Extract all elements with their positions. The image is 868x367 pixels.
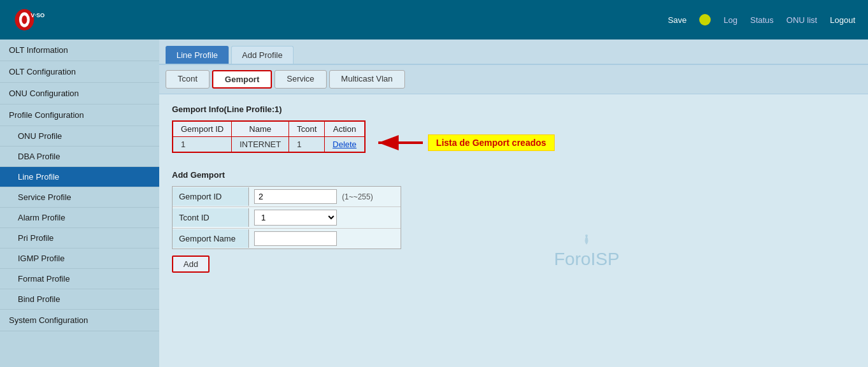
form-value-gemport-name-field — [249, 229, 401, 248]
svg-text:V·SOL: V·SOL — [31, 12, 45, 18]
save-button[interactable]: Save — [668, 15, 687, 25]
gemport-table: Gemport IDNameTcontAction 1INTERNET1Dele… — [173, 121, 365, 152]
form-label-tcont-id-field: Tcont ID — [173, 208, 249, 227]
gemport-name-field[interactable] — [254, 231, 337, 246]
sidebar-item-onu-configuration[interactable]: ONU Configuration — [0, 83, 159, 104]
tcont-id-field[interactable]: 1 — [254, 210, 337, 226]
layout: OLT InformationOLT ConfigurationONU Conf… — [0, 40, 868, 367]
sidebar-item-dba-profile[interactable]: DBA Profile — [0, 147, 159, 167]
gemport-id-field[interactable] — [254, 189, 337, 204]
sub-tab-multicast-vlan-tab[interactable]: Multicast Vlan — [329, 70, 405, 89]
sidebar-item-alarm-profile[interactable]: Alarm Profile — [0, 208, 159, 228]
section-title: Gemport Info(Line Profile:1) — [172, 104, 855, 114]
log-link[interactable]: Log — [723, 15, 737, 25]
logout-button[interactable]: Logout — [830, 15, 855, 25]
table-col-name: Name — [232, 122, 289, 137]
form-label-gemport-id-field: Gemport ID — [173, 187, 249, 206]
form-row-tcont-id-field: Tcont ID1 — [173, 207, 401, 229]
table-col-gemport-id: Gemport ID — [173, 122, 232, 137]
table-cell-action[interactable]: Delete — [325, 137, 365, 152]
header-right: Save Log Status ONU list Logout — [668, 14, 855, 25]
logo-area: V·SOL — [13, 5, 45, 34]
sidebar-item-bind-profile[interactable]: Bind Profile — [0, 289, 159, 310]
table-col-action: Action — [325, 122, 365, 137]
sidebar-item-service-profile[interactable]: Service Profile — [0, 187, 159, 208]
status-indicator — [699, 14, 711, 25]
arrow-icon — [372, 133, 423, 152]
sub-tab-service-tab[interactable]: Service — [274, 70, 326, 89]
sidebar-item-olt-information[interactable]: OLT Information — [0, 40, 159, 61]
table-col-tcont: Tcont — [289, 122, 325, 137]
hint-gemport-id-field: (1~~255) — [342, 192, 373, 201]
sidebar: OLT InformationOLT ConfigurationONU Conf… — [0, 40, 159, 367]
sidebar-item-format-profile[interactable]: Format Profile — [0, 269, 159, 289]
top-tab-add-profile-tab[interactable]: Add Profile — [231, 46, 294, 64]
sidebar-item-system-configuration[interactable]: System Configuration — [0, 310, 159, 331]
table-cell-gemport_id: 1 — [173, 137, 232, 152]
onu-list-link[interactable]: ONU list — [786, 15, 817, 25]
top-tab-line-profile-tab[interactable]: Line Profile — [166, 46, 229, 64]
form-label-gemport-name-field: Gemport Name — [173, 229, 249, 248]
add-button[interactable]: Add — [172, 255, 210, 273]
add-gemport-form: Gemport ID(1~~255)Tcont ID1Gemport Name — [172, 186, 401, 249]
sub-tab-tcont-tab[interactable]: Tcont — [166, 70, 210, 89]
status-link[interactable]: Status — [750, 15, 774, 25]
annotation-row: Lista de Gemport creados — [372, 133, 555, 152]
delete-link[interactable]: Delete — [332, 140, 357, 149]
form-row-gemport-name-field: Gemport Name — [173, 229, 401, 248]
top-tab-bar: Line ProfileAdd Profile — [159, 40, 868, 65]
sidebar-item-olt-configuration[interactable]: OLT Configuration — [0, 61, 159, 83]
form-row-gemport-id-field: Gemport ID(1~~255) — [173, 187, 401, 207]
content-area: Gemport Info(Line Profile:1) Gemport IDN… — [159, 94, 868, 283]
main-content: Line ProfileAdd Profile TcontGemportServ… — [159, 40, 868, 367]
header: V·SOL Save Log Status ONU list Logout — [0, 0, 868, 40]
table-header: Gemport IDNameTcontAction — [173, 122, 365, 137]
sidebar-item-pri-profile[interactable]: Pri Profile — [0, 228, 159, 248]
table-cell-name: INTERNET — [232, 137, 289, 152]
vsol-logo: V·SOL — [13, 5, 45, 34]
add-gemport-title: Add Gemport — [172, 170, 855, 180]
sub-tab-bar: TcontGemportServiceMulticast Vlan — [159, 65, 868, 94]
content-wrap: Gemport Info(Line Profile:1) Gemport IDN… — [159, 94, 868, 283]
gemport-table-wrap: Gemport IDNameTcontAction 1INTERNET1Dele… — [172, 120, 366, 153]
sidebar-item-profile-configuration[interactable]: Profile Configuration — [0, 104, 159, 126]
table-cell-tcont: 1 — [289, 137, 325, 152]
sidebar-item-line-profile[interactable]: Line Profile — [0, 167, 159, 187]
table-row: 1INTERNET1Delete — [173, 137, 365, 152]
svg-point-2 — [22, 15, 27, 24]
sub-tab-gemport-tab[interactable]: Gemport — [212, 70, 272, 89]
annotation-label: Lista de Gemport creados — [428, 134, 555, 151]
sidebar-item-onu-profile[interactable]: ONU Profile — [0, 126, 159, 147]
form-value-gemport-id-field: (1~~255) — [249, 187, 401, 206]
sidebar-item-igmp-profile[interactable]: IGMP Profile — [0, 248, 159, 269]
form-value-tcont-id-field: 1 — [249, 207, 401, 228]
table-body: 1INTERNET1Delete — [173, 137, 365, 152]
